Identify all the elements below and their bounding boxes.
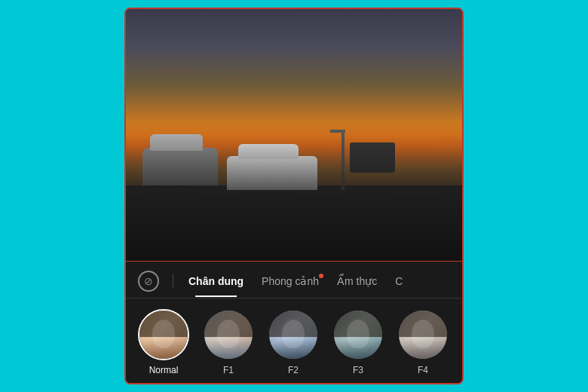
filter-f1-preview xyxy=(204,311,253,359)
tab-dot-phong-canh xyxy=(319,274,323,278)
filter-f1[interactable]: F1 xyxy=(203,309,254,375)
tab-divider xyxy=(173,274,173,289)
tab-chan-dung[interactable]: Chân dung xyxy=(181,272,251,290)
tab-c[interactable]: C xyxy=(387,272,410,290)
filter-f1-thumb xyxy=(203,309,254,360)
filter-normal-preview xyxy=(139,311,188,359)
filter-normal-hair xyxy=(139,311,188,337)
filter-f4-label: F4 xyxy=(418,365,428,375)
filter-f2-hair xyxy=(269,311,317,337)
no-filter-icon: ⊘ xyxy=(144,275,153,287)
video-preview xyxy=(126,9,462,261)
filter-f3-hair xyxy=(334,311,382,337)
filter-f2-preview xyxy=(269,311,317,359)
filter-f1-hair xyxy=(204,311,253,337)
filter-f3[interactable]: F3 xyxy=(332,309,384,375)
filter-normal[interactable]: Normal xyxy=(138,309,189,375)
scene-overlay xyxy=(126,135,462,261)
phone-container: ⊘ Chân dung Phong cảnh Ẩm thực C xyxy=(124,8,464,384)
tab-am-thuc[interactable]: Ẩm thực xyxy=(329,272,384,290)
filter-f4-preview xyxy=(399,311,447,359)
filter-normal-label: Normal xyxy=(149,365,179,375)
filter-f4[interactable]: F4 xyxy=(397,309,449,375)
filter-f2[interactable]: F2 xyxy=(268,309,319,375)
filter-normal-thumb xyxy=(138,309,189,360)
filter-f3-thumb xyxy=(332,309,384,360)
filter-panel: ⊘ Chân dung Phong cảnh Ẩm thực C xyxy=(126,261,462,383)
filter-f3-preview xyxy=(334,311,382,359)
filter-f2-label: F2 xyxy=(288,365,299,375)
filter-f2-thumb xyxy=(268,309,319,360)
no-filter-button[interactable]: ⊘ xyxy=(138,271,159,292)
filter-tabs: ⊘ Chân dung Phong cảnh Ẩm thực C xyxy=(126,262,462,299)
filter-f4-hair xyxy=(399,311,447,337)
tab-phong-canh[interactable]: Phong cảnh xyxy=(254,272,326,290)
filter-list: Normal F1 F2 xyxy=(126,299,462,383)
filter-f4-thumb xyxy=(397,309,449,360)
filter-f1-label: F1 xyxy=(223,365,234,375)
filter-f3-label: F3 xyxy=(353,365,363,375)
